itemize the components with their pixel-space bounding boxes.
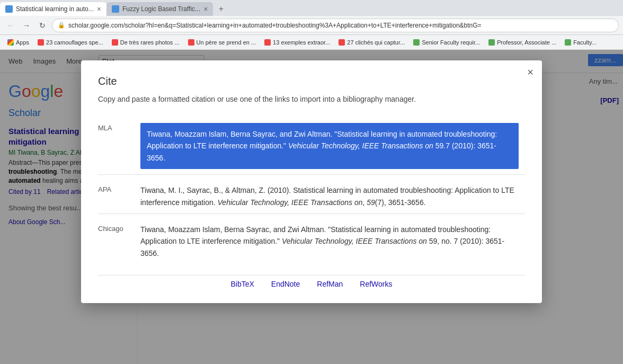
bookmark-favicon-faculty	[565, 39, 571, 46]
citation-row-apa: APA Tiwana, M. I., Sayrac, B., & Altman,…	[98, 179, 525, 214]
bookmark-favicon-3	[188, 39, 194, 46]
bookmark-label-2: De très rares photos ...	[120, 39, 180, 46]
bookmark-apps-label: Apps	[16, 39, 29, 46]
nav-bar: ← → ↻ 🔒 scholar.google.com/scholar?hl=en…	[0, 16, 623, 35]
cite-modal-title: Cite	[98, 75, 525, 87]
address-bar[interactable]: 🔒 scholar.google.com/scholar?hl=en&q=Sta…	[52, 19, 619, 32]
back-button[interactable]: ←	[4, 19, 17, 32]
bookmark-favicon-4	[264, 39, 271, 46]
mla-highlighted-text[interactable]: Tiwana, Moazzam Islam, Berna Sayrac, and…	[140, 123, 519, 169]
modal-overlay[interactable]: × Cite Copy and paste a formatted citati…	[0, 50, 623, 364]
bookmark-favicon-prof	[488, 39, 495, 46]
close-button[interactable]: ×	[527, 67, 533, 77]
bookmark-label-4: 13 exemples extraor...	[273, 39, 330, 46]
bookmark-label-5: 27 clichés qui captur...	[347, 39, 405, 46]
chicago-text: Tiwana, Moazzam Islam, Berna Sayrac, and…	[140, 225, 504, 258]
forward-button[interactable]: →	[20, 19, 33, 32]
citation-style-mla: MLA	[98, 118, 140, 175]
citation-table: MLA Tiwana, Moazzam Islam, Berna Sayrac,…	[98, 118, 525, 264]
citation-text-mla[interactable]: Tiwana, Moazzam Islam, Berna Sayrac, and…	[140, 118, 525, 175]
address-text: scholar.google.com/scholar?hl=en&q=Stati…	[68, 22, 613, 29]
bookmark-label-senior: Senior Faculty requir...	[422, 39, 480, 46]
bookmarks-bar: Apps 23 camouflages spe... De très rares…	[0, 35, 623, 50]
tab-label-2: Fuzzy Logic Based Traffic...	[122, 5, 200, 13]
bookmark-faculty[interactable]: Faculty...	[562, 38, 600, 47]
tab-label-1: Statistical learning in auto...	[16, 5, 94, 13]
tab-close-2[interactable]: ×	[203, 5, 208, 13]
apps-favicon	[7, 39, 14, 46]
citation-style-apa: APA	[98, 179, 140, 214]
new-tab-button[interactable]: +	[213, 2, 229, 16]
tab-fuzzy[interactable]: Fuzzy Logic Based Traffic... ×	[106, 2, 213, 16]
browser-titlebar: Statistical learning in auto... × Fuzzy …	[0, 0, 623, 16]
refresh-button[interactable]: ↻	[36, 19, 49, 32]
bookmark-label-1: 23 camouflages spe...	[46, 39, 103, 46]
cite-modal-description: Copy and paste a formatted citation or u…	[98, 94, 525, 105]
cite-modal: × Cite Copy and paste a formatted citati…	[81, 60, 542, 303]
page-background: Web Images More... zzam... Google Schola…	[0, 50, 623, 364]
bookmark-2[interactable]: De très rares photos ...	[109, 38, 183, 47]
bookmark-1[interactable]: 23 camouflages spe...	[34, 38, 106, 47]
bookmark-favicon-senior	[413, 39, 420, 46]
bookmark-label-faculty: Faculty...	[573, 39, 597, 46]
endnote-link[interactable]: EndNote	[271, 280, 300, 288]
citation-row-chicago: Chicago Tiwana, Moazzam Islam, Berna Say…	[98, 218, 525, 264]
lock-icon: 🔒	[58, 22, 65, 29]
bookmark-favicon-5	[339, 39, 345, 46]
tab-close-1[interactable]: ×	[97, 5, 101, 13]
bookmark-5[interactable]: 27 clichés qui captur...	[335, 38, 408, 47]
bookmark-label-prof: Professor, Associate ...	[497, 39, 556, 46]
import-links: BibTeX EndNote RefMan RefWorks	[98, 275, 525, 288]
citation-style-chicago: Chicago	[98, 218, 140, 264]
citation-text-apa: Tiwana, M. I., Sayrac, B., & Altman, Z. …	[140, 179, 525, 214]
citation-row-mla: MLA Tiwana, Moazzam Islam, Berna Sayrac,…	[98, 118, 525, 175]
bookmark-prof[interactable]: Professor, Associate ...	[485, 38, 559, 47]
bookmark-senior[interactable]: Senior Faculty requir...	[410, 38, 483, 47]
apa-text: Tiwana, M. I., Sayrac, B., & Altman, Z. …	[140, 186, 514, 206]
tab-favicon-1	[5, 5, 13, 13]
tab-favicon-2	[112, 5, 119, 13]
bookmark-apps[interactable]: Apps	[4, 38, 32, 47]
bookmark-favicon-1	[38, 39, 44, 46]
bookmark-3[interactable]: Un père se prend en ...	[185, 38, 260, 47]
refworks-link[interactable]: RefWorks	[360, 280, 392, 288]
bookmark-label-3: Un père se prend en ...	[197, 39, 256, 46]
bookmark-favicon-2	[112, 39, 118, 46]
separator-2	[98, 214, 525, 218]
citation-text-chicago: Tiwana, Moazzam Islam, Berna Sayrac, and…	[140, 218, 525, 264]
separator-1	[98, 175, 525, 180]
bibtex-link[interactable]: BibTeX	[230, 280, 254, 288]
bookmark-4[interactable]: 13 exemples extraor...	[261, 38, 333, 47]
refman-link[interactable]: RefMan	[317, 280, 343, 288]
tab-statistical[interactable]: Statistical learning in auto... ×	[0, 2, 106, 16]
